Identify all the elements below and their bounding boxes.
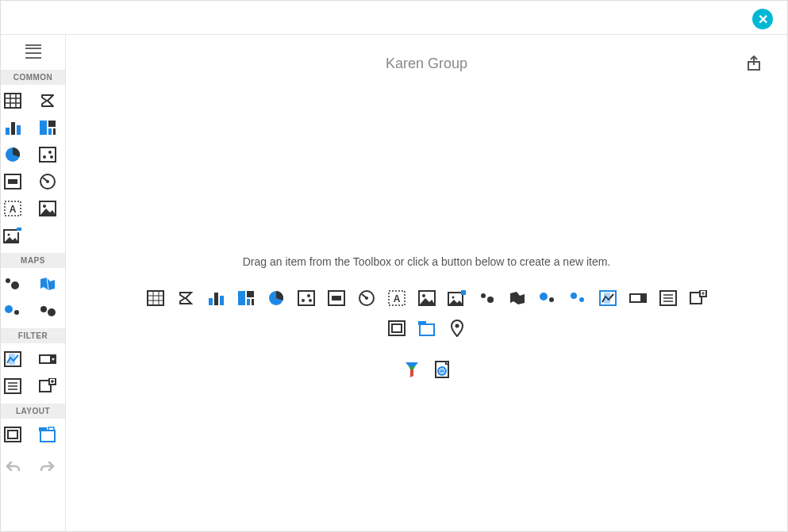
svg-rect-50 [39,427,47,431]
list-filter-icon [4,378,21,394]
palette-bound-image[interactable] [448,289,467,308]
pin-icon [450,320,464,337]
hamburger-icon [25,44,41,60]
palette-pin[interactable] [448,319,467,338]
svg-point-73 [365,297,368,300]
page-title: Karen Group [66,55,787,72]
svg-rect-59 [214,293,218,305]
tool-geo-region[interactable] [37,274,59,293]
palette-image[interactable] [417,289,436,308]
tool-grid[interactable] [2,91,24,110]
palette-grid[interactable] [146,289,165,308]
tool-tree-filter[interactable] [37,377,59,396]
group-icon [4,427,21,442]
svg-point-31 [5,305,13,313]
tool-geo-dots-blue[interactable] [2,301,24,320]
svg-point-68 [307,294,310,297]
share-icon [746,55,762,71]
geo-region-icon [39,276,56,292]
tool-tab-container[interactable] [37,425,59,444]
tool-group[interactable] [2,425,24,444]
palette-geo-dots-blue[interactable] [538,289,557,308]
tool-sigma[interactable] [37,91,59,110]
geo-dots-blue-icon [539,290,556,306]
tab-container-icon [417,320,436,336]
tool-image[interactable] [37,199,59,218]
palette-treemap[interactable] [236,289,256,308]
share-button[interactable] [746,55,763,73]
svg-point-20 [46,180,49,183]
tool-scatter[interactable] [37,145,59,164]
bar-chart-icon [207,290,225,306]
close-icon: ✕ [758,12,768,27]
image-icon [418,290,436,306]
palette-group[interactable] [387,319,406,338]
canvas-area: Karen Group Drag an item from the Toolbo… [66,35,787,531]
palette-bar-chart[interactable] [206,289,225,308]
palette-geo-region[interactable] [508,289,527,308]
tool-combo-filter[interactable] [37,350,59,369]
svg-point-16 [50,155,53,159]
palette-geo-dots-dark[interactable] [478,289,497,308]
sigma-icon [40,93,56,109]
tool-treemap[interactable] [37,118,59,137]
svg-point-26 [7,234,10,236]
textbox-icon: A [4,201,21,216]
tool-geo-dots-light[interactable] [2,274,24,293]
svg-rect-5 [6,128,10,135]
svg-rect-101 [420,324,434,335]
section-layout: LAYOUT [1,404,65,419]
tool-geo-dots-dark[interactable] [37,301,59,320]
palette-geo-dots-light[interactable] [568,289,587,308]
palette-list-filter[interactable] [659,289,678,308]
menu-button[interactable] [1,35,66,70]
palette-scatter[interactable] [297,289,316,308]
layout-tools [2,419,65,452]
tool-pie[interactable] [2,145,24,164]
treemap-icon [39,120,56,136]
tool-textbox[interactable]: A [2,199,24,218]
palette-textbox[interactable]: A [387,289,406,308]
svg-text:A: A [393,293,400,304]
range-filter-icon [4,351,21,367]
textbox-icon: A [388,290,406,306]
svg-point-103 [455,324,459,328]
palette-tree-filter[interactable] [689,289,708,308]
filter-tools [2,343,65,404]
tool-range-filter[interactable] [2,350,24,369]
geo-dots-light-icon [569,290,586,306]
svg-rect-62 [247,291,254,297]
bound-image-icon [448,290,467,306]
svg-rect-9 [48,121,56,127]
palette-card[interactable] [327,289,346,308]
tool-card[interactable] [2,172,24,191]
tool-bar-chart[interactable] [2,118,24,137]
undo-button[interactable] [2,457,24,476]
palette-tab-container[interactable] [417,319,436,338]
tree-filter-icon [690,290,707,306]
svg-rect-13 [40,147,56,162]
palette-sigma[interactable] [176,289,195,308]
redo-button[interactable] [37,457,59,476]
svg-rect-102 [418,321,426,325]
tool-list-filter[interactable] [2,377,24,396]
svg-rect-80 [461,290,466,295]
palette-pie[interactable] [267,289,286,308]
svg-rect-60 [220,296,224,305]
funnel-icon [404,361,420,378]
redo-icon [40,460,56,473]
palette-funnel[interactable] [402,360,421,379]
palette-web-page[interactable] [432,360,452,379]
web-page-icon [434,361,450,378]
card-icon [4,174,21,189]
palette-gauge[interactable] [357,289,376,308]
app-frame: ✕ COMMON A [0,0,788,532]
tool-bound-image[interactable] [2,226,24,245]
tool-gauge[interactable] [37,172,59,191]
svg-rect-100 [392,324,402,332]
close-button[interactable]: ✕ [752,9,773,29]
section-maps: MAPS [1,253,65,268]
palette-range-filter[interactable] [598,289,617,308]
svg-point-85 [571,293,577,299]
palette-combo-filter[interactable] [628,289,648,308]
